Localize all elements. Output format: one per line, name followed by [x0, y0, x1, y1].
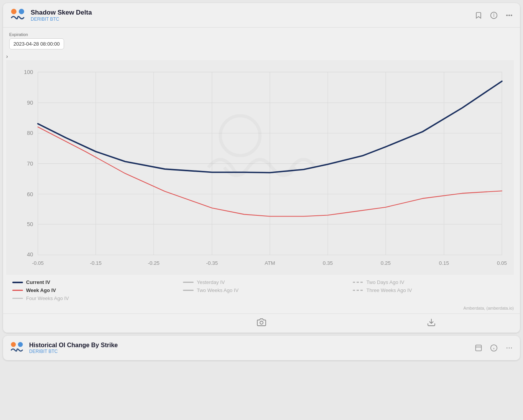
expiration-value: 2023-04-28 08:00:00 — [13, 41, 60, 47]
legend: Current IV Yesterday IV Two Days Ago IV … — [3, 275, 520, 304]
header-actions — [474, 11, 514, 20]
chart-subtitle: DERIBIT BTC — [31, 16, 474, 22]
expiration-label: Expiration — [9, 32, 514, 37]
chart-title: Shadow Skew Delta — [31, 9, 474, 16]
svg-point-45 — [18, 342, 23, 347]
svg-text:50: 50 — [27, 221, 33, 227]
legend-line-week-ago-iv — [12, 290, 23, 291]
legend-line-four-weeks-ago-iv — [12, 298, 23, 299]
bottom-toolbar — [3, 313, 520, 333]
controls-area: Expiration 2023-04-28 08:00:00 — [3, 28, 520, 52]
svg-text:-0.05: -0.05 — [32, 260, 44, 266]
secondary-chart-subtitle: DERIBIT BTC — [29, 349, 118, 354]
svg-text:90: 90 — [27, 100, 33, 106]
secondary-actions — [474, 343, 514, 353]
chart-container: 100 90 80 70 60 50 40 -0.05 — [6, 60, 514, 275]
secondary-info-button[interactable] — [489, 343, 498, 353]
secondary-titles: Historical OI Change By Strike DERIBIT B… — [29, 342, 118, 354]
svg-rect-8 — [6, 60, 514, 275]
more-button[interactable] — [505, 11, 514, 20]
svg-point-53 — [511, 348, 512, 349]
legend-item-yesterday-iv: Yesterday IV — [183, 279, 337, 285]
svg-rect-46 — [476, 345, 482, 351]
svg-point-6 — [509, 15, 510, 16]
collapse-toggle[interactable]: › — [3, 52, 520, 60]
svg-point-42 — [260, 321, 263, 324]
svg-text:60: 60 — [27, 191, 33, 197]
secondary-logo-icon — [9, 340, 25, 356]
legend-line-current-iv — [12, 282, 23, 283]
svg-text:ATM: ATM — [265, 260, 275, 266]
legend-label-four-weeks-ago-iv: Four Weeks Ago IV — [26, 295, 69, 301]
svg-text:0.15: 0.15 — [439, 260, 449, 266]
svg-text:80: 80 — [27, 130, 33, 136]
svg-point-7 — [511, 15, 512, 16]
expiration-select[interactable]: 2023-04-28 08:00:00 — [9, 38, 64, 49]
svg-text:0.35: 0.35 — [323, 260, 333, 266]
legend-label-week-ago-iv: Week Ago IV — [26, 287, 56, 293]
svg-point-52 — [509, 348, 510, 349]
svg-point-51 — [507, 348, 508, 349]
legend-item-four-weeks-ago-iv: Four Weeks Ago IV — [12, 295, 168, 301]
legend-item-current-iv: Current IV — [12, 279, 168, 285]
secondary-card: Historical OI Change By Strike DERIBIT B… — [3, 336, 520, 360]
svg-text:-0.35: -0.35 — [206, 260, 218, 266]
legend-item-two-days-ago-iv: Two Days Ago IV — [353, 279, 511, 285]
legend-line-two-days-ago-iv — [353, 282, 363, 283]
svg-point-1 — [19, 9, 24, 14]
svg-text:40: 40 — [27, 251, 33, 258]
svg-text:-0.25: -0.25 — [148, 260, 160, 266]
legend-label-two-weeks-ago-iv: Two Weeks Ago IV — [197, 287, 238, 293]
card-header: Shadow Skew Delta DERIBIT BTC — [3, 3, 520, 28]
main-card: Shadow Skew Delta DERIBIT BTC — [3, 3, 520, 333]
attribution: Amberdata, (amberdata.io) — [3, 304, 520, 313]
info-button[interactable] — [489, 11, 498, 20]
svg-point-44 — [11, 342, 16, 347]
legend-item-three-weeks-ago-iv: Three Weeks Ago IV — [353, 287, 511, 293]
legend-item-week-ago-iv: Week Ago IV — [12, 287, 168, 293]
logo-icon — [9, 7, 26, 24]
legend-line-two-weeks-ago-iv — [183, 290, 194, 291]
camera-button[interactable] — [257, 318, 266, 329]
svg-point-5 — [507, 15, 508, 16]
svg-text:0.05: 0.05 — [497, 260, 507, 266]
legend-item-two-weeks-ago-iv: Two Weeks Ago IV — [183, 287, 337, 293]
svg-text:0.25: 0.25 — [381, 260, 391, 266]
secondary-window-button[interactable] — [474, 343, 483, 353]
bookmark-button[interactable] — [474, 11, 483, 20]
chart-area: 100 90 80 70 60 50 40 -0.05 — [3, 60, 520, 275]
svg-text:-0.15: -0.15 — [90, 260, 102, 266]
legend-label-yesterday-iv: Yesterday IV — [197, 279, 225, 285]
svg-point-0 — [11, 9, 16, 14]
secondary-more-button[interactable] — [505, 343, 514, 353]
svg-text:100: 100 — [24, 69, 33, 75]
download-button[interactable] — [427, 318, 436, 329]
legend-line-three-weeks-ago-iv — [353, 290, 363, 291]
legend-label-three-weeks-ago-iv: Three Weeks Ago IV — [367, 287, 412, 293]
svg-text:70: 70 — [27, 161, 33, 167]
legend-label-current-iv: Current IV — [26, 279, 50, 285]
secondary-chart-title: Historical OI Change By Strike — [29, 342, 118, 349]
legend-line-yesterday-iv — [183, 282, 194, 283]
legend-label-two-days-ago-iv: Two Days Ago IV — [367, 279, 405, 285]
main-chart-svg: 100 90 80 70 60 50 40 -0.05 — [6, 60, 514, 275]
header-titles: Shadow Skew Delta DERIBIT BTC — [31, 9, 474, 22]
